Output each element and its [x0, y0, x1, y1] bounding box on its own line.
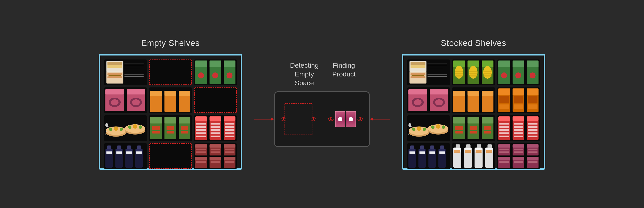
left-shelf-title: Empty Shelves	[141, 38, 200, 48]
right-cell-4-2	[452, 143, 495, 169]
svg-rect-73	[210, 129, 220, 131]
svg-rect-255	[430, 151, 435, 154]
svg-rect-161	[483, 75, 492, 76]
svg-rect-93	[126, 151, 132, 154]
svg-point-45	[128, 125, 132, 129]
arrows-and-box	[254, 91, 390, 147]
svg-rect-183	[468, 91, 479, 96]
svg-rect-86	[107, 145, 111, 149]
svg-point-204	[423, 128, 426, 131]
svg-rect-186	[482, 91, 494, 96]
right-cell-4-1	[407, 143, 450, 169]
svg-point-49	[105, 123, 108, 127]
left-cell-3-3	[194, 115, 237, 141]
svg-rect-52	[152, 126, 160, 130]
finding-product-label: Finding Product	[332, 61, 356, 87]
svg-rect-263	[454, 150, 460, 153]
svg-point-209	[442, 125, 445, 129]
svg-rect-232	[512, 116, 524, 121]
eye-icon-product-left	[328, 117, 334, 121]
svg-rect-153	[469, 71, 478, 72]
svg-rect-197	[527, 88, 538, 95]
svg-point-40	[109, 128, 112, 131]
right-shelf-frame	[402, 54, 545, 170]
svg-rect-102	[196, 151, 206, 153]
svg-rect-53	[152, 131, 160, 134]
svg-rect-55	[164, 117, 176, 124]
svg-rect-147	[455, 71, 463, 72]
svg-point-46	[133, 124, 137, 129]
svg-rect-51	[150, 117, 162, 124]
svg-rect-113	[196, 161, 206, 163]
svg-rect-159	[483, 71, 492, 72]
left-shelf-frame	[99, 54, 242, 170]
left-cell-3-2	[149, 115, 192, 141]
right-cell-3-1	[407, 115, 450, 141]
svg-rect-290	[498, 157, 510, 160]
svg-rect-98	[137, 145, 141, 149]
svg-rect-90	[117, 145, 121, 149]
svg-rect-279	[499, 149, 509, 150]
svg-rect-79	[225, 126, 234, 128]
svg-rect-74	[210, 132, 220, 134]
svg-point-47	[139, 125, 142, 129]
right-shelf-row-1	[407, 60, 540, 85]
svg-point-164	[501, 72, 507, 78]
svg-rect-264	[456, 144, 460, 148]
svg-point-203	[417, 126, 421, 131]
svg-rect-219	[470, 131, 477, 134]
svg-rect-154	[469, 73, 478, 74]
svg-rect-16	[209, 61, 221, 67]
left-cell-4-3	[194, 143, 237, 169]
empty-detection-panel	[275, 92, 322, 146]
svg-rect-218	[470, 126, 477, 130]
main-container: Empty Shelves	[0, 38, 644, 170]
middle-section: Detecting Empty Space Finding Product	[254, 61, 390, 147]
svg-rect-237	[514, 136, 523, 137]
right-cell-3-3	[497, 115, 540, 141]
eye-icon-left	[281, 117, 286, 121]
svg-rect-3	[108, 75, 121, 76]
right-cell-2-2	[452, 87, 495, 113]
svg-point-125	[313, 118, 314, 120]
svg-rect-248	[410, 145, 414, 149]
svg-rect-19	[224, 61, 236, 67]
empty-space-indicator	[284, 103, 312, 135]
left-cell-2-3-empty	[194, 87, 237, 113]
svg-rect-280	[499, 151, 509, 153]
svg-rect-222	[484, 126, 491, 130]
svg-rect-189	[498, 88, 510, 95]
svg-rect-65	[196, 126, 206, 128]
left-shelf-row-3	[104, 115, 237, 141]
svg-rect-240	[528, 123, 537, 125]
svg-rect-155	[469, 75, 478, 76]
svg-rect-66	[196, 129, 206, 131]
svg-rect-97	[136, 151, 142, 154]
svg-rect-115	[209, 157, 221, 160]
svg-rect-100	[195, 144, 207, 147]
svg-rect-78	[225, 123, 234, 125]
svg-rect-80	[225, 129, 234, 131]
svg-rect-296	[527, 157, 538, 160]
right-shelf-section: Stocked Shelves	[402, 38, 545, 170]
svg-rect-283	[514, 149, 523, 150]
right-cell-3-2	[452, 115, 495, 141]
svg-rect-244	[528, 136, 537, 137]
svg-rect-77	[224, 116, 236, 121]
svg-point-129	[360, 118, 361, 120]
svg-rect-13	[195, 61, 207, 67]
svg-rect-214	[456, 126, 463, 130]
svg-rect-225	[498, 116, 510, 121]
svg-rect-193	[512, 88, 524, 95]
svg-rect-194	[514, 96, 523, 103]
svg-rect-243	[528, 132, 537, 134]
left-cell-2-1	[104, 87, 147, 113]
product-pair-wrapper	[335, 111, 356, 127]
svg-rect-271	[476, 150, 482, 153]
svg-rect-241	[528, 126, 537, 128]
svg-point-170	[530, 72, 536, 78]
svg-rect-234	[514, 126, 523, 128]
svg-rect-109	[225, 149, 234, 150]
svg-rect-56	[167, 126, 174, 130]
svg-point-211	[408, 123, 411, 127]
